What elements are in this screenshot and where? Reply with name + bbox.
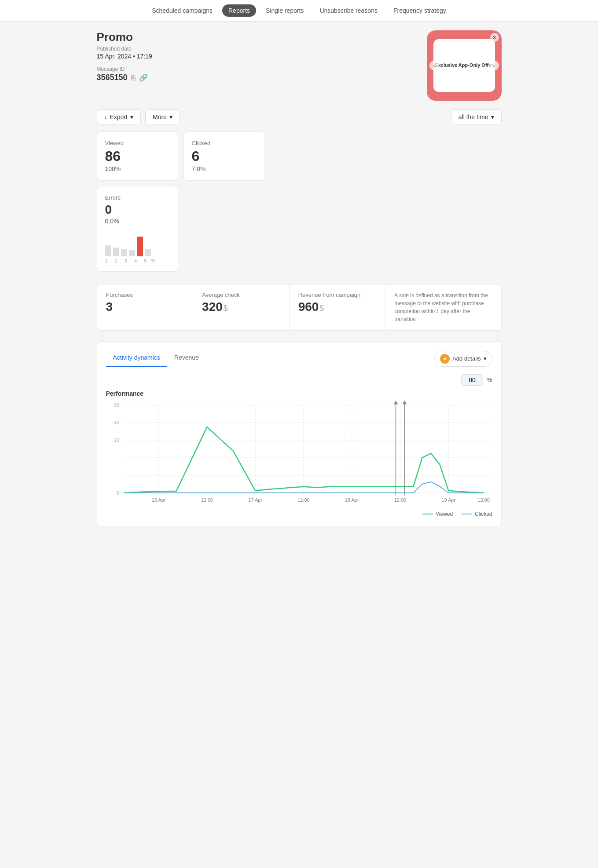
nav-unsubscribe-reasons[interactable]: Unsubscribe reasons xyxy=(313,4,384,17)
svg-text:60: 60 xyxy=(114,402,119,408)
revenue-value: 960$ xyxy=(298,300,377,314)
export-button[interactable]: ↓ Export ▾ xyxy=(97,109,141,124)
purchase-note: A sale is defined as a transition from t… xyxy=(385,284,501,330)
viewed-value: 86 xyxy=(105,148,170,164)
errors-card: Errors 0 0.0% 1 2 3 4 5 % xyxy=(97,186,178,272)
legend-viewed: Viewed xyxy=(422,511,453,517)
viewed-label: Viewed xyxy=(105,140,170,146)
svg-text:12:00: 12:00 xyxy=(394,497,406,503)
preview-text: Exclusive App-Only Offer xyxy=(435,62,493,69)
percent-symbol: % xyxy=(487,376,492,383)
bar-labels: 1 2 3 4 5 % xyxy=(105,258,170,263)
export-icon: ↓ xyxy=(104,113,107,120)
published-value: 15 Apr, 2024 • 17:19 xyxy=(97,53,427,60)
clicked-percent: 7.0% xyxy=(192,165,257,172)
copy-icon[interactable]: ⎘ xyxy=(131,74,136,82)
more-button[interactable]: More ▾ xyxy=(145,109,180,124)
svg-text:20: 20 xyxy=(114,438,119,443)
legend-viewed-label: Viewed xyxy=(436,511,453,517)
published-label: Published date xyxy=(97,46,427,52)
legend-clicked-dot xyxy=(462,514,472,514)
nav-scheduled-campaigns[interactable]: Scheduled campaigns xyxy=(146,4,219,17)
avg-check-cell: Average check 320$ xyxy=(193,284,290,330)
percent-input[interactable] xyxy=(461,374,483,386)
activity-section: Activity dynamics Revenue ♥ Add details … xyxy=(97,341,502,526)
avg-check-value: 320$ xyxy=(202,300,280,314)
percent-input-row: % xyxy=(106,374,492,386)
export-chevron-icon: ▾ xyxy=(130,113,133,120)
activity-tabs: Activity dynamics Revenue ♥ Add details … xyxy=(106,350,492,367)
svg-text:40: 40 xyxy=(114,420,119,425)
preview-arrow-right[interactable]: › xyxy=(489,61,499,70)
errors-label: Errors xyxy=(105,194,170,201)
link-icon[interactable]: 🔗 xyxy=(139,73,148,82)
add-details-chevron-icon: ▾ xyxy=(484,355,487,362)
message-id-label: Message ID xyxy=(97,66,427,72)
performance-chart: 60 40 20 0 xyxy=(106,401,492,506)
svg-marker-26 xyxy=(402,401,407,404)
svg-rect-4 xyxy=(137,237,143,256)
purchases-value: 3 xyxy=(106,300,184,314)
chart-area: Performance 60 40 20 0 xyxy=(106,390,492,517)
legend-viewed-dot xyxy=(422,514,433,514)
time-filter-button[interactable]: all the time ▾ xyxy=(451,109,502,124)
toolbar: ↓ Export ▾ More ▾ all the time ▾ xyxy=(97,109,502,124)
tab-revenue[interactable]: Revenue xyxy=(167,350,206,367)
top-navigation: Scheduled campaigns Reports Single repor… xyxy=(0,0,598,22)
clicked-value: 6 xyxy=(192,148,257,164)
svg-rect-1 xyxy=(113,248,119,256)
purchases-cell: Purchases 3 xyxy=(97,284,194,330)
svg-rect-0 xyxy=(105,245,111,256)
revenue-cell: Revenue from campaign 960$ xyxy=(290,284,386,330)
nav-single-reports[interactable]: Single reports xyxy=(260,4,310,17)
svg-text:12:00: 12:00 xyxy=(297,497,309,503)
svg-text:19 Apr: 19 Apr xyxy=(441,497,455,503)
message-id-value: 3565150 xyxy=(97,73,128,82)
chart-legend: Viewed Clicked xyxy=(106,511,492,517)
svg-text:17 Apr: 17 Apr xyxy=(248,497,262,503)
clicked-label: Clicked xyxy=(192,140,257,146)
message-preview: ‹ › ✕ Exclusive App-Only Offer xyxy=(427,30,502,101)
errors-bar-chart xyxy=(105,232,167,256)
viewed-percent: 100% xyxy=(105,165,170,172)
tab-activity-dynamics[interactable]: Activity dynamics xyxy=(106,350,167,367)
errors-value: 0 xyxy=(105,203,170,217)
preview-close[interactable]: ✕ xyxy=(490,33,499,42)
add-details-button[interactable]: ♥ Add details ▾ xyxy=(434,351,492,367)
svg-rect-3 xyxy=(129,250,135,256)
clicked-card: Clicked 6 7.0% xyxy=(183,131,265,181)
viewed-card: Viewed 86 100% xyxy=(97,131,178,181)
svg-rect-2 xyxy=(121,249,127,256)
errors-percent: 0.0% xyxy=(105,218,170,225)
svg-text:18 Apr: 18 Apr xyxy=(345,497,359,503)
svg-text:0: 0 xyxy=(116,490,119,496)
legend-clicked-label: Clicked xyxy=(475,511,492,517)
legend-clicked: Clicked xyxy=(462,511,492,517)
svg-text:12:00: 12:00 xyxy=(477,497,489,503)
preview-arrow-left[interactable]: ‹ xyxy=(429,61,439,70)
chart-title: Performance xyxy=(106,390,492,397)
add-details-icon: ♥ xyxy=(440,354,450,364)
purchases-row: Purchases 3 Average check 320$ Revenue f… xyxy=(97,284,502,331)
svg-text:12:00: 12:00 xyxy=(201,497,213,503)
svg-marker-25 xyxy=(393,401,398,404)
nav-reports[interactable]: Reports xyxy=(222,4,256,17)
time-chevron-icon: ▾ xyxy=(491,113,494,120)
nav-frequency-strategy[interactable]: Frequency strategy xyxy=(387,4,452,17)
svg-rect-5 xyxy=(145,249,151,256)
errors-chart xyxy=(105,230,170,256)
more-chevron-icon: ▾ xyxy=(169,113,172,120)
page-title: Promo xyxy=(97,30,427,44)
svg-text:16 Apr: 16 Apr xyxy=(151,497,165,503)
